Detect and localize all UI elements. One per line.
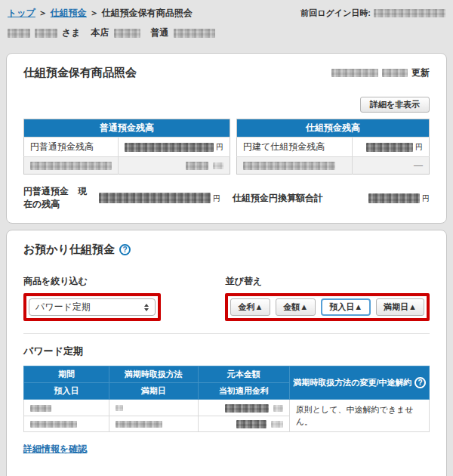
- section-title: お預かり仕組預金: [23, 243, 115, 257]
- yen-unit: 円: [415, 143, 423, 151]
- breadcrumb: トップ ＞ 仕組預金 ＞ 仕組預金保有商品照会: [8, 7, 193, 20]
- customer-honorific: さま: [62, 26, 81, 39]
- maturity-date-cell: [109, 416, 198, 432]
- redacted-deposit-date: [30, 421, 77, 428]
- structured-sub-row-label-cell: [237, 157, 353, 175]
- redacted-updated-date: [331, 69, 378, 77]
- redacted-current-balance: [99, 193, 211, 203]
- initial-rate-cell: [198, 416, 289, 432]
- yen-unit: 円: [422, 194, 430, 202]
- last-login-label: 前回ログイン日時:: [300, 8, 371, 19]
- page-title: 仕組預金保有商品照会: [23, 66, 137, 80]
- redacted-structured-balance: [366, 143, 413, 152]
- product-filter-value: パワード定期: [35, 301, 91, 314]
- sort-button-rate[interactable]: 金利▲: [230, 298, 270, 316]
- redacted-term: [30, 405, 51, 412]
- redacted-rate: [236, 420, 267, 428]
- breadcrumb-home-link[interactable]: トップ: [8, 7, 35, 20]
- updated-suffix: 更新: [411, 66, 430, 79]
- hide-details-button[interactable]: 詳細を非表示: [360, 97, 430, 113]
- select-arrows-icon: [144, 304, 149, 311]
- product-table: 期間 満期時取扱方法 元本金額 満期時取扱方法の変更/中途解約 ? 預入日 満期…: [23, 366, 430, 432]
- maturity-handling-cell: [109, 400, 198, 416]
- deposit-date-cell: [24, 416, 109, 432]
- col-header-initial-rate: 当初適用金利: [198, 383, 289, 400]
- breadcrumb-current: 仕組預金保有商品照会: [102, 7, 193, 20]
- sort-button-amount[interactable]: 金額▲: [276, 298, 316, 316]
- redacted-sub-label: [243, 162, 335, 170]
- total-converted-label: 仕組預金円換算額合計: [233, 192, 323, 205]
- updated-at: 更新: [331, 66, 430, 79]
- structured-balance-table: 仕組預金残高 円建て仕組預金残高 円 —: [236, 119, 430, 175]
- current-balance-value: 円: [99, 193, 220, 204]
- branch-label: 本店: [91, 26, 109, 39]
- col-header-maturity-handling: 満期時取扱方法: [109, 366, 198, 383]
- sort-label: 並び替え: [225, 275, 430, 288]
- col-header-deposit-date: 預入日: [24, 383, 109, 400]
- redacted-sub-value: [186, 162, 208, 170]
- help-icon[interactable]: ?: [414, 377, 426, 388]
- redacted-ordinary-balance: [125, 143, 214, 152]
- deposits-in-custody-panel: お預かり仕組預金 ? 商品を絞り込む パワード定期 並び替え 金利▲ 金額▲: [6, 230, 447, 476]
- structured-balance-value-cell: 円: [353, 138, 430, 157]
- col-header-principal: 元本金額: [198, 366, 289, 383]
- sort-button-maturity-date[interactable]: 満期日▲: [376, 298, 424, 316]
- detail-info-link[interactable]: 詳細情報を確認: [23, 443, 87, 456]
- account-line: さま 本店 普通: [8, 26, 445, 39]
- divider: [23, 333, 430, 334]
- term-cell: [24, 400, 109, 416]
- top-bar: トップ ＞ 仕組預金 ＞ 仕組預金保有商品照会 前回ログイン日時: さま 本店 …: [0, 0, 453, 39]
- redacted-updated-time: [382, 69, 408, 77]
- filter-control: 商品を絞り込む パワード定期: [23, 275, 161, 321]
- redacted-last-login-datetime: [374, 9, 445, 17]
- filter-highlight-box: パワード定期: [23, 293, 161, 321]
- ordinary-balance-header: 普通預金残高: [24, 119, 230, 138]
- current-balance-label: 円普通預金 現在の残高: [23, 185, 91, 211]
- product-section-title: パワード定期: [23, 345, 430, 358]
- redacted-customer-surname: [8, 29, 30, 38]
- col-header-term: 期間: [24, 366, 109, 383]
- ordinary-balance-value-cell: 円: [119, 138, 230, 157]
- breadcrumb-parent-link[interactable]: 仕組預金: [51, 7, 87, 20]
- principal-cell: [198, 400, 289, 416]
- redacted-customer-firstname: [35, 29, 57, 38]
- redacted-unit: [273, 405, 283, 412]
- sort-highlight-box: 金利▲ 金額▲ 預入日▲ 満期日▲: [225, 293, 430, 321]
- breadcrumb-separator: ＞: [90, 7, 99, 20]
- account-type-label: 普通: [151, 26, 169, 39]
- total-converted-value: 円: [368, 193, 430, 204]
- redacted-sub-label: [30, 162, 112, 170]
- structured-balance-row-label: 円建て仕組預金残高: [237, 138, 353, 157]
- ordinary-sub-row-label-cell: [24, 157, 119, 175]
- structured-sub-value-cell: —: [353, 157, 430, 175]
- ordinary-balance-table: 普通預金残高 円普通預金残高 円: [23, 119, 230, 175]
- ordinary-balance-row-label: 円普通預金残高: [24, 138, 119, 157]
- redacted-principal: [225, 404, 269, 413]
- help-icon[interactable]: ?: [119, 244, 131, 255]
- redacted-total-converted: [368, 193, 420, 203]
- table-row: 原則として、中途解約できません。: [24, 400, 430, 416]
- sort-control: 並び替え 金利▲ 金額▲ 預入日▲ 満期日▲: [225, 275, 430, 321]
- col-header-change-cancel: 満期時取扱方法の変更/中途解約 ?: [289, 366, 429, 400]
- yen-unit: 円: [216, 143, 223, 151]
- redacted-branch-number: [114, 29, 140, 38]
- holdings-inquiry-panel: 仕組預金保有商品照会 更新 詳細を非表示 普通預金残高 円普通預金残高 円: [6, 53, 447, 224]
- redacted-maturity-date: [116, 421, 162, 428]
- yen-unit: 円: [213, 194, 220, 202]
- redacted-unit: [271, 421, 283, 428]
- col-header-maturity-date: 満期日: [109, 383, 198, 400]
- structured-balance-header: 仕組預金残高: [237, 119, 430, 138]
- redacted-account-number: [174, 29, 215, 38]
- cancellation-note: 原則として、中途解約できません。: [289, 400, 429, 432]
- redacted-handling: [116, 405, 123, 411]
- breadcrumb-separator: ＞: [39, 7, 48, 20]
- sort-button-deposit-date[interactable]: 預入日▲: [321, 298, 371, 316]
- ordinary-sub-value-cell: [119, 157, 230, 175]
- product-filter-select[interactable]: パワード定期: [29, 298, 156, 316]
- filter-label: 商品を絞り込む: [23, 275, 161, 288]
- redacted-sub-unit: [213, 162, 223, 169]
- last-login: 前回ログイン日時:: [300, 8, 445, 19]
